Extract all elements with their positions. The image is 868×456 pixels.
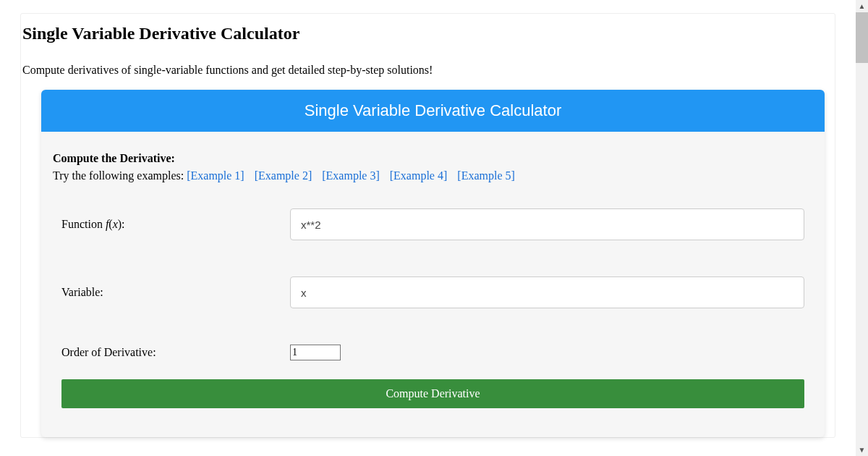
- function-input[interactable]: [290, 208, 804, 240]
- function-row: Function f(x):: [53, 208, 813, 240]
- calculator-card: Single Variable Derivative Calculator Co…: [41, 90, 825, 437]
- examples-label: Try the following examples:: [53, 169, 187, 182]
- compute-heading: Compute the Derivative:: [53, 152, 813, 165]
- scrollbar-track[interactable]: ▲ ▼: [856, 0, 868, 456]
- page-title: Single Variable Derivative Calculator: [21, 24, 835, 43]
- card-body: Compute the Derivative: Try the followin…: [41, 132, 825, 437]
- examples-line: Try the following examples: [Example 1] …: [53, 169, 813, 182]
- order-label: Order of Derivative:: [61, 346, 290, 359]
- variable-label: Variable:: [61, 286, 290, 299]
- scrollbar-down-icon[interactable]: ▼: [856, 444, 868, 456]
- variable-input[interactable]: [290, 276, 804, 308]
- example-link-1[interactable]: [Example 1]: [187, 169, 244, 182]
- page-panel: Single Variable Derivative Calculator Co…: [20, 13, 835, 438]
- variable-row: Variable:: [53, 276, 813, 308]
- scrollbar-up-icon[interactable]: ▲: [856, 0, 868, 12]
- order-input[interactable]: [290, 345, 341, 360]
- order-row: Order of Derivative:: [53, 345, 813, 360]
- example-link-4[interactable]: [Example 4]: [390, 169, 448, 182]
- example-link-5[interactable]: [Example 5]: [457, 169, 515, 182]
- page-subtitle: Compute derivatives of single-variable f…: [22, 64, 833, 77]
- function-label: Function f(x):: [61, 218, 290, 231]
- example-link-2[interactable]: [Example 2]: [255, 169, 312, 182]
- card-header: Single Variable Derivative Calculator: [41, 90, 825, 132]
- scrollbar-thumb[interactable]: [856, 12, 868, 63]
- compute-derivative-button[interactable]: Compute Derivative: [61, 379, 804, 408]
- example-link-3[interactable]: [Example 3]: [322, 169, 380, 182]
